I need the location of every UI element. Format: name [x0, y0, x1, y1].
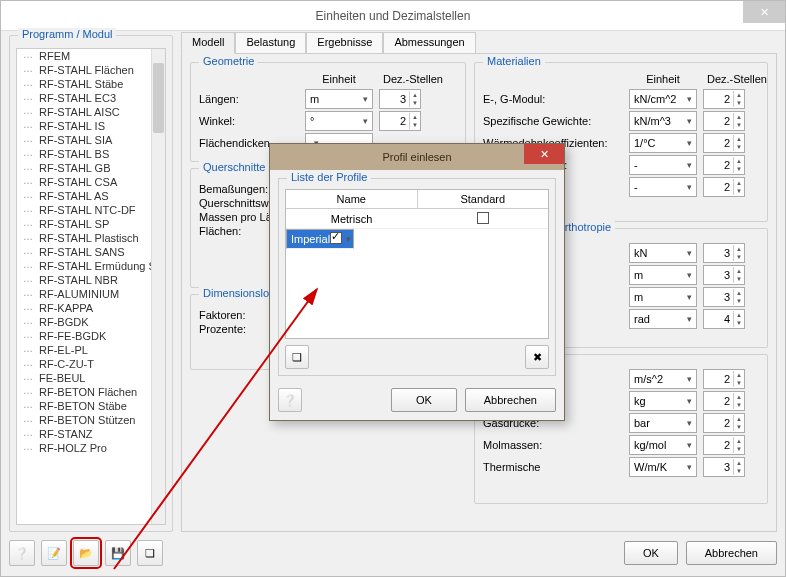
unit-select[interactable]: rad	[629, 309, 697, 329]
dialog-help-button[interactable]: ❔	[278, 388, 302, 412]
unit-select[interactable]: kg	[629, 391, 697, 411]
tree-item[interactable]: RF-STAHL SP	[17, 217, 165, 231]
spin-down-icon[interactable]: ▼	[734, 253, 744, 261]
spin-up-icon[interactable]: ▲	[734, 371, 744, 379]
unit-select[interactable]: kN	[629, 243, 697, 263]
spin-down-icon[interactable]: ▼	[734, 121, 744, 129]
unit-select[interactable]: -	[629, 177, 697, 197]
decimal-spinner[interactable]: 3▲▼	[703, 457, 745, 477]
tree-item[interactable]: RF-STAHL Stäbe	[17, 77, 165, 91]
tree-item[interactable]: RF-STAHL CSA	[17, 175, 165, 189]
tree-item[interactable]: RF-STAHL GB	[17, 161, 165, 175]
spin-down-icon[interactable]: ▼	[734, 275, 744, 283]
tree-item[interactable]: RF-STAHL IS	[17, 119, 165, 133]
tree-scrollbar[interactable]	[151, 49, 165, 524]
tab-ergebnisse[interactable]: Ergebnisse	[306, 32, 383, 54]
table-row[interactable]: Imperial	[286, 229, 354, 249]
tree-item[interactable]: FE-BEUL	[17, 371, 165, 385]
spin-down-icon[interactable]: ▼	[734, 379, 744, 387]
spin-down-icon[interactable]: ▼	[734, 297, 744, 305]
tree-item[interactable]: RFEM	[17, 49, 165, 63]
tree-item[interactable]: RF-STAHL AISC	[17, 105, 165, 119]
tree-item[interactable]: RF-BETON Flächen	[17, 385, 165, 399]
unit-select[interactable]: kN/m^3	[629, 111, 697, 131]
spin-down-icon[interactable]: ▼	[734, 467, 744, 475]
spin-up-icon[interactable]: ▲	[410, 113, 420, 121]
decimal-spinner[interactable]: 2▲▼	[703, 391, 745, 411]
tree-item[interactable]: RF-STAHL NBR	[17, 273, 165, 287]
tree-item[interactable]: RF-BETON Stützen	[17, 413, 165, 427]
tree-item[interactable]: RF-STAHL EC3	[17, 91, 165, 105]
decimal-spinner[interactable]: 2▲▼	[379, 111, 421, 131]
decimal-spinner[interactable]: 3▲▼	[703, 265, 745, 285]
tree-item[interactable]: RF-STAHL Ermüdung S	[17, 259, 165, 273]
spin-down-icon[interactable]: ▼	[410, 121, 420, 129]
spin-down-icon[interactable]: ▼	[734, 423, 744, 431]
profile-delete-button[interactable]: ✖	[525, 345, 549, 369]
tree-item[interactable]: RF-BETON Stäbe	[17, 399, 165, 413]
unit-select[interactable]: kg/mol	[629, 435, 697, 455]
decimal-spinner[interactable]: 2▲▼	[703, 369, 745, 389]
unit-select[interactable]: m	[629, 265, 697, 285]
tree-item[interactable]: RF-HOLZ Pro	[17, 441, 165, 455]
tree-item[interactable]: RF-EL-PL	[17, 343, 165, 357]
unit-select[interactable]: W/m/K	[629, 457, 697, 477]
spin-up-icon[interactable]: ▲	[734, 135, 744, 143]
module-tree[interactable]: RFEMRF-STAHL FlächenRF-STAHL StäbeRF-STA…	[16, 48, 166, 525]
checkbox[interactable]	[330, 232, 342, 244]
help-button[interactable]: ❔	[9, 540, 35, 566]
spin-down-icon[interactable]: ▼	[734, 143, 744, 151]
spin-down-icon[interactable]: ▼	[410, 99, 420, 107]
unit-select[interactable]: m/s^2	[629, 369, 697, 389]
tree-item[interactable]: RF-STAHL Flächen	[17, 63, 165, 77]
tree-item[interactable]: RF-ALUMINIUM	[17, 287, 165, 301]
spin-up-icon[interactable]: ▲	[410, 91, 420, 99]
decimal-spinner[interactable]: 2▲▼	[703, 413, 745, 433]
scroll-thumb[interactable]	[153, 63, 164, 133]
tree-item[interactable]: RF-STAHL BS	[17, 147, 165, 161]
tab-belastung[interactable]: Belastung	[235, 32, 306, 54]
tree-item[interactable]: RF-STAHL NTC-DF	[17, 203, 165, 217]
table-row[interactable]: Metrisch	[286, 209, 548, 229]
spin-up-icon[interactable]: ▲	[734, 311, 744, 319]
window-close-button[interactable]: ✕	[743, 1, 785, 23]
tree-item[interactable]: RF-FE-BGDK	[17, 329, 165, 343]
decimal-spinner[interactable]: 3▲▼	[379, 89, 421, 109]
spin-down-icon[interactable]: ▼	[734, 445, 744, 453]
spin-up-icon[interactable]: ▲	[734, 393, 744, 401]
tree-item[interactable]: RF-STAHL SIA	[17, 133, 165, 147]
spin-down-icon[interactable]: ▼	[734, 187, 744, 195]
tree-item[interactable]: RF-KAPPA	[17, 301, 165, 315]
checkbox[interactable]	[477, 212, 489, 224]
unit-select[interactable]: -	[629, 155, 697, 175]
spin-down-icon[interactable]: ▼	[734, 401, 744, 409]
spin-up-icon[interactable]: ▲	[734, 179, 744, 187]
unit-select[interactable]: 1/°C	[629, 133, 697, 153]
spin-up-icon[interactable]: ▲	[734, 157, 744, 165]
unit-select[interactable]: kN/cm^2	[629, 89, 697, 109]
decimal-spinner[interactable]: 4▲▼	[703, 309, 745, 329]
spin-up-icon[interactable]: ▲	[734, 437, 744, 445]
spin-up-icon[interactable]: ▲	[734, 91, 744, 99]
spin-up-icon[interactable]: ▲	[734, 415, 744, 423]
open-profile-button[interactable]: 📂	[73, 540, 99, 566]
decimal-spinner[interactable]: 3▲▼	[703, 243, 745, 263]
cancel-button[interactable]: Abbrechen	[686, 541, 777, 565]
spin-up-icon[interactable]: ▲	[734, 245, 744, 253]
spin-down-icon[interactable]: ▼	[734, 165, 744, 173]
spin-up-icon[interactable]: ▲	[734, 113, 744, 121]
cell-standard[interactable]	[330, 232, 342, 246]
spin-down-icon[interactable]: ▼	[734, 319, 744, 327]
decimal-spinner[interactable]: 2▲▼	[703, 111, 745, 131]
cell-standard[interactable]	[417, 212, 548, 226]
unit-select[interactable]: °	[305, 111, 373, 131]
decimal-spinner[interactable]: 2▲▼	[703, 177, 745, 197]
decimal-spinner[interactable]: 3▲▼	[703, 287, 745, 307]
tree-item[interactable]: RF-C-ZU-T	[17, 357, 165, 371]
decimal-spinner[interactable]: 2▲▼	[703, 89, 745, 109]
tree-item[interactable]: RF-STAHL Plastisch	[17, 231, 165, 245]
spin-up-icon[interactable]: ▲	[734, 289, 744, 297]
tree-item[interactable]: RF-STAHL AS	[17, 189, 165, 203]
unit-select[interactable]: m	[305, 89, 373, 109]
edit-button[interactable]: 📝	[41, 540, 67, 566]
